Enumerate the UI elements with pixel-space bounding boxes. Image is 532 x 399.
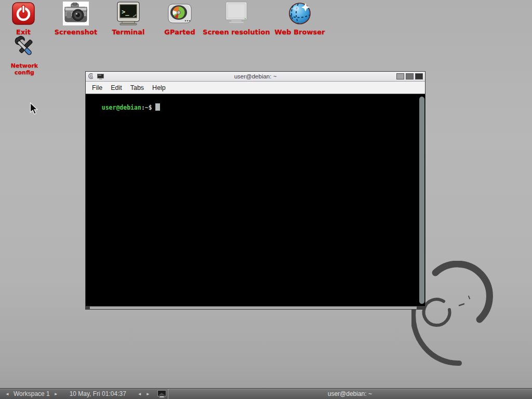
desktop-icon-screen-resolution[interactable]: Screen resolution	[201, 1, 272, 36]
debian-swirl-watermark	[411, 261, 505, 367]
prompt-symbol: $	[149, 104, 152, 111]
icon-label: GParted	[154, 28, 206, 36]
window-bottom-handle[interactable]	[86, 306, 425, 309]
menu-file[interactable]: File	[88, 83, 107, 92]
workspace-prev-arrow[interactable]: ◄	[3, 392, 11, 396]
desktop-icon-exit[interactable]: Exit	[7, 1, 40, 36]
icon-label: Network config	[1, 62, 48, 76]
power-icon	[12, 2, 35, 25]
icon-label: Terminal	[101, 28, 155, 36]
mouse-pointer-icon	[30, 102, 39, 116]
terminal-cursor	[155, 103, 160, 111]
terminal-scrollbar-thumb[interactable]	[419, 97, 424, 304]
icon-label: Web Browser	[270, 28, 330, 36]
window-menubar: File Edit Tabs Help	[86, 82, 425, 94]
disk-partition-icon	[167, 2, 192, 25]
task-monitor-icon	[157, 390, 166, 398]
window-titlebar[interactable]: user@debian: ~	[86, 72, 425, 82]
display-icon	[224, 2, 249, 25]
debian-swirl-icon	[88, 73, 95, 80]
task-button-title: user@debian: ~	[328, 390, 372, 397]
crt-monitor-icon: >_	[116, 2, 141, 25]
resize-grip-left[interactable]	[86, 307, 90, 309]
desktop-icon-gparted[interactable]: GParted	[154, 1, 206, 36]
svg-text:>_: >_	[122, 8, 129, 16]
terminal-window: user@debian: ~ File Edit Tabs Help user@…	[85, 71, 425, 310]
menu-edit[interactable]: Edit	[107, 83, 126, 92]
menu-help[interactable]: Help	[148, 83, 170, 92]
window-title: user@debian: ~	[86, 73, 425, 79]
maximize-button[interactable]	[406, 73, 414, 79]
workspace-next-arrow[interactable]: ►	[52, 392, 60, 396]
desktop-icon-terminal[interactable]: >_ Terminal	[101, 1, 155, 36]
window-next-arrow[interactable]: ►	[144, 392, 152, 396]
globe-icon	[288, 2, 312, 25]
icon-label: Screen resolution	[201, 28, 272, 36]
taskbar: ◄ Workspace 1 ► 10 May, Fri 01:04:37 ◄ ►…	[0, 388, 532, 399]
workspace-label: Workspace 1	[11, 390, 52, 397]
close-button[interactable]	[415, 73, 423, 79]
crossed-tools-icon	[11, 35, 37, 61]
menu-tabs[interactable]: Tabs	[126, 83, 148, 92]
prompt-user-host: user@debian	[102, 104, 141, 111]
taskbar-clock: 10 May, Fri 01:04:37	[68, 390, 128, 397]
desktop-icon-screenshot[interactable]: Screenshot	[49, 1, 103, 36]
window-prev-arrow[interactable]: ◄	[136, 392, 144, 396]
camera-icon	[64, 3, 88, 24]
terminal-mini-icon	[97, 74, 104, 79]
desktop-icon-web-browser[interactable]: Web Browser	[270, 1, 330, 36]
resize-grip-right[interactable]	[417, 307, 425, 309]
task-button-terminal[interactable]: user@debian: ~	[168, 389, 532, 399]
desktop-icon-network-config[interactable]: Network config	[1, 35, 48, 76]
terminal-output-area[interactable]: user@debian:~$	[86, 94, 425, 306]
icon-label: Screenshot	[49, 28, 103, 36]
prompt-colon: :	[141, 104, 145, 111]
minimize-button[interactable]	[396, 73, 404, 79]
prompt-path: ~	[145, 104, 149, 111]
